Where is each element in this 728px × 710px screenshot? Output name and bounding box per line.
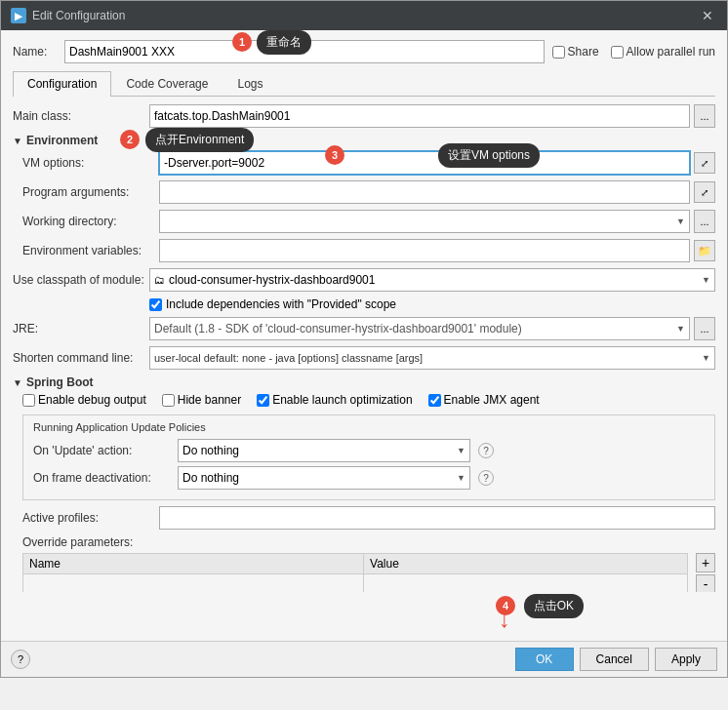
override-params-section: Override parameters: Name Value (13, 535, 715, 592)
annotation-circle-3: 3 (325, 145, 344, 165)
working-dir-arrow: ▼ (676, 217, 685, 226)
on-update-select[interactable]: Do nothing ▼ (178, 439, 470, 462)
close-button[interactable]: ✕ (698, 8, 717, 23)
annotation-circle-4: 4 (496, 596, 515, 615)
tab-logs[interactable]: Logs (222, 71, 277, 96)
share-checkbox[interactable] (552, 46, 565, 59)
allow-parallel-checkbox-label[interactable]: Allow parallel run (611, 45, 715, 59)
env-vars-browse-btn[interactable]: 📁 (694, 240, 715, 261)
launch-optimization-label[interactable]: Enable launch optimization (257, 393, 412, 407)
working-dir-group: ▼ ... (159, 210, 715, 233)
share-checkbox-label[interactable]: Share (552, 45, 599, 59)
jre-dropdown[interactable]: Default (1.8 - SDK of 'cloud-consumer-hy… (149, 317, 690, 340)
jre-row: JRE: Default (1.8 - SDK of 'cloud-consum… (13, 317, 715, 340)
jmx-agent-label[interactable]: Enable JMX agent (428, 393, 540, 407)
params-empty-row (23, 574, 688, 593)
jre-arrow: ▼ (676, 324, 685, 334)
command-line-arrow: ▼ (702, 353, 710, 363)
spring-boot-section: ▼ Spring Boot Enable debug output Hide b… (13, 375, 715, 592)
active-profiles-row: Active profiles: (13, 506, 715, 530)
tab-configuration[interactable]: Configuration (13, 71, 111, 97)
on-frame-help-icon[interactable]: ? (478, 470, 494, 486)
working-dir-browse-btn[interactable]: ... (694, 210, 715, 233)
bottom-bar: ? OK Cancel Apply (1, 641, 727, 677)
allow-parallel-checkbox[interactable] (611, 46, 624, 59)
ok-button[interactable]: OK (515, 648, 574, 671)
main-class-input-group: fatcats.top.DashMain9001 ... (149, 104, 715, 128)
params-name-cell (23, 574, 364, 593)
running-app-title: Running Application Update Policies (33, 421, 705, 433)
active-profiles-input[interactable] (159, 506, 715, 530)
hide-banner-checkbox[interactable] (162, 394, 175, 407)
annotation-circle-2: 2 (120, 130, 140, 149)
vm-options-expand-btn[interactable]: ⤢ (694, 152, 715, 174)
vm-options-field[interactable] (159, 151, 690, 175)
classpath-arrow: ▼ (702, 275, 710, 285)
debug-output-checkbox[interactable] (22, 394, 35, 407)
spring-boot-checks: Enable debug output Hide banner Enable l… (13, 393, 715, 407)
name-row: Name: Share Allow parallel run 1 重命名 (13, 40, 715, 63)
main-class-browse-btn[interactable]: ... (694, 104, 715, 128)
active-profiles-label: Active profiles: (22, 511, 159, 525)
program-args-input[interactable] (164, 185, 685, 199)
override-params-label: Override parameters: (22, 535, 715, 549)
annotation-4: 点击OK (524, 594, 584, 618)
include-deps-row: Include dependencies with "Provided" sco… (13, 297, 715, 311)
env-vars-input[interactable] (164, 244, 685, 257)
include-deps-checkbox[interactable] (149, 298, 162, 311)
working-dir-label: Working directory: (22, 215, 159, 228)
add-param-btn[interactable]: + (696, 553, 715, 572)
apply-button[interactable]: Apply (655, 648, 717, 671)
classpath-row: Use classpath of module: 🗂 cloud-consume… (13, 268, 715, 292)
program-args-label: Program arguments: (22, 185, 159, 199)
program-args-expand-btn[interactable]: ⤢ (694, 181, 715, 203)
dialog-content: Name: Share Allow parallel run 1 重命名 (1, 30, 727, 641)
debug-output-label[interactable]: Enable debug output (22, 393, 146, 407)
help-button[interactable]: ? (11, 650, 30, 669)
environment-section: VM options: ⤢ 3 设置VM options (13, 151, 715, 262)
env-triangle-icon: ▼ (13, 136, 22, 146)
remove-param-btn[interactable]: - (696, 574, 715, 592)
jmx-agent-checkbox[interactable] (428, 394, 441, 407)
program-args-field[interactable] (159, 180, 690, 204)
env-vars-row: Environment variables: 📁 (22, 239, 715, 262)
launch-optimization-checkbox[interactable] (257, 394, 269, 407)
table-actions: + - (696, 553, 715, 592)
cancel-button[interactable]: Cancel (580, 648, 649, 671)
params-value-header: Value (364, 554, 688, 574)
hide-banner-label[interactable]: Hide banner (162, 393, 241, 407)
arrow-section: 4 点击OK ↓ (13, 592, 715, 631)
on-update-label: On 'Update' action: (33, 444, 170, 457)
app-icon: ▶ (11, 8, 26, 23)
spring-boot-triangle: ▼ (13, 377, 22, 388)
on-update-help-icon[interactable]: ? (478, 443, 494, 458)
env-vars-label: Environment variables: (22, 244, 159, 257)
dialog-title: Edit Configuration (32, 9, 125, 22)
on-frame-row: On frame deactivation: Do nothing ▼ ? (33, 466, 705, 490)
bottom-left: ? (11, 650, 30, 669)
main-class-row: Main class: fatcats.top.DashMain9001 ... (13, 104, 715, 128)
configuration-panel: Main class: fatcats.top.DashMain9001 ...… (13, 104, 715, 592)
tab-code-coverage[interactable]: Code Coverage (111, 71, 222, 96)
spring-boot-header[interactable]: ▼ Spring Boot (13, 375, 715, 389)
classpath-dropdown[interactable]: 🗂 cloud-consumer-hystrix-dashboard9001 ▼ (149, 268, 715, 292)
working-dir-dropdown[interactable]: ▼ (159, 210, 690, 233)
params-name-header: Name (23, 554, 364, 574)
on-update-arrow: ▼ (457, 446, 465, 455)
name-checkboxes: Share Allow parallel run (552, 45, 715, 59)
command-line-dropdown[interactable]: user-local default: none - java [options… (149, 346, 715, 370)
name-input[interactable] (64, 40, 545, 63)
bottom-buttons: OK Cancel Apply (515, 648, 717, 671)
jre-browse-btn[interactable]: ... (694, 317, 715, 340)
params-value-cell (364, 574, 688, 593)
name-label: Name: (13, 45, 57, 59)
classpath-icon: 🗂 (154, 274, 165, 286)
environment-section-header[interactable]: ▼ Environment (13, 134, 715, 147)
env-vars-field[interactable] (159, 239, 690, 262)
on-frame-select[interactable]: Do nothing ▼ (178, 466, 470, 490)
on-frame-label: On frame deactivation: (33, 471, 170, 485)
main-class-field[interactable]: fatcats.top.DashMain9001 (149, 104, 690, 128)
vm-options-label: VM options: (22, 156, 159, 170)
tabs: Configuration Code Coverage Logs (13, 71, 715, 97)
vm-options-input[interactable] (164, 156, 685, 170)
